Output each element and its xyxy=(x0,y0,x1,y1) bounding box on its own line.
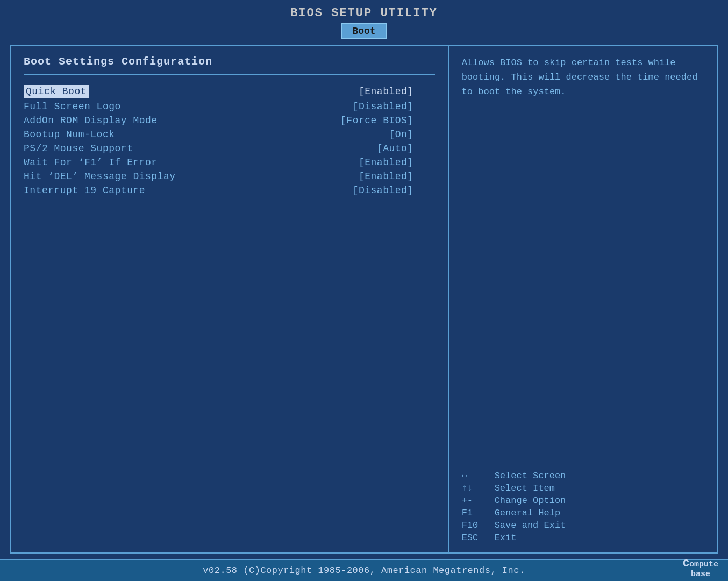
setting-value: [Auto] xyxy=(377,143,413,154)
key-symbol: F1 xyxy=(462,508,486,518)
setting-value: [Enabled] xyxy=(359,86,413,97)
bios-title: BIOS SETUP UTILITY xyxy=(0,4,728,22)
key-row: ESCExit xyxy=(462,533,704,543)
key-symbol: ↔ xyxy=(462,471,486,481)
setting-name: Hit ‘DEL’ Message Display xyxy=(24,171,176,182)
setting-value: [Enabled] xyxy=(359,157,413,168)
setting-name: Bootup Num-Lock xyxy=(24,129,115,140)
key-symbol: +- xyxy=(462,495,486,506)
help-text: Allows BIOS to skip certain tests while … xyxy=(462,55,704,460)
main-content: Boot Settings Configuration Quick Boot[E… xyxy=(10,45,718,554)
key-symbol: ESC xyxy=(462,533,486,543)
section-title: Boot Settings Configuration xyxy=(24,55,435,68)
title-bar: BIOS SETUP UTILITY Boot xyxy=(0,0,728,39)
right-panel: Allows BIOS to skip certain tests while … xyxy=(449,46,717,552)
setting-row[interactable]: Interrupt 19 Capture[Disabled] xyxy=(24,185,435,196)
key-description: Select Screen xyxy=(495,471,566,481)
setting-row[interactable]: PS/2 Mouse Support[Auto] xyxy=(24,143,435,154)
key-symbol: ↑↓ xyxy=(462,483,486,493)
key-description: Select Item xyxy=(495,483,555,493)
key-description: Exit xyxy=(495,533,517,543)
setting-row[interactable]: Hit ‘DEL’ Message Display[Enabled] xyxy=(24,171,435,182)
setting-value: [Disabled] xyxy=(353,101,413,112)
setting-row[interactable]: AddOn ROM Display Mode[Force BIOS] xyxy=(24,115,435,126)
divider xyxy=(24,74,435,75)
key-row: +-Change Option xyxy=(462,495,704,506)
setting-name: Full Screen Logo xyxy=(24,101,121,112)
key-row: ↔Select Screen xyxy=(462,471,704,481)
setting-name: Quick Boot xyxy=(24,85,89,98)
setting-name: Interrupt 19 Capture xyxy=(24,185,145,196)
tab-boot[interactable]: Boot xyxy=(341,23,386,39)
setting-row[interactable]: Full Screen Logo[Disabled] xyxy=(24,101,435,112)
settings-list: Quick Boot[Enabled]Full Screen Logo[Disa… xyxy=(24,85,435,196)
setting-name: AddOn ROM Display Mode xyxy=(24,115,158,126)
setting-value: [Enabled] xyxy=(359,171,413,182)
footer-text: v02.58 (C)Copyright 1985-2006, American … xyxy=(203,565,525,576)
key-row: ↑↓Select Item xyxy=(462,483,704,493)
setting-name: PS/2 Mouse Support xyxy=(24,143,133,154)
setting-row[interactable]: Wait For ‘F1’ If Error[Enabled] xyxy=(24,157,435,168)
setting-value: [Disabled] xyxy=(353,185,413,196)
key-help-list: ↔Select Screen↑↓Select Item+-Change Opti… xyxy=(462,471,704,543)
footer: v02.58 (C)Copyright 1985-2006, American … xyxy=(0,559,728,581)
setting-row[interactable]: Bootup Num-Lock[On] xyxy=(24,129,435,140)
key-description: Save and Exit xyxy=(495,520,566,530)
footer-logo: Computebase xyxy=(683,557,718,579)
key-description: General Help xyxy=(495,508,560,518)
setting-row[interactable]: Quick Boot[Enabled] xyxy=(24,85,435,98)
tab-bar: Boot xyxy=(0,23,728,39)
key-description: Change Option xyxy=(495,495,566,506)
key-row: F10Save and Exit xyxy=(462,520,704,530)
left-panel: Boot Settings Configuration Quick Boot[E… xyxy=(11,46,449,552)
setting-name: Wait For ‘F1’ If Error xyxy=(24,157,158,168)
key-symbol: F10 xyxy=(462,520,486,530)
setting-value: [On] xyxy=(389,129,413,140)
key-row: F1General Help xyxy=(462,508,704,518)
setting-value: [Force BIOS] xyxy=(340,115,413,126)
